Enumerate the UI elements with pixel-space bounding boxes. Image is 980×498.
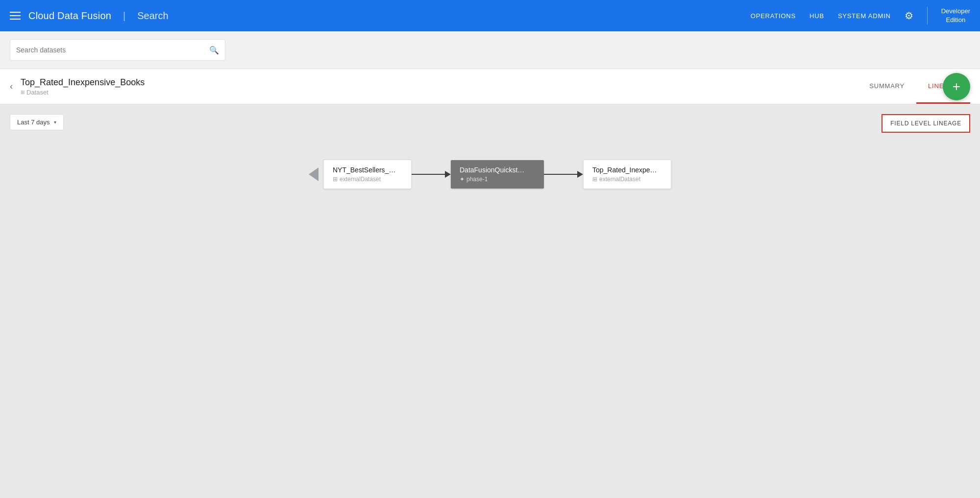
search-box[interactable]: 🔍 (10, 39, 225, 61)
app-brand: Cloud Data Fusion (28, 10, 111, 22)
header-right: OPERATIONS HUB SYSTEM ADMIN ⚙ Developer … (751, 7, 970, 24)
add-icon: + (953, 79, 960, 95)
dataset-type: ⊞ Dataset (21, 89, 858, 96)
dataset-type-label: Dataset (26, 89, 49, 96)
node-source-type-label: externalDataset (340, 176, 381, 183)
grid-icon: ⊞ (21, 90, 24, 95)
time-filter-dropdown[interactable]: Last 7 days ▾ (10, 114, 64, 130)
field-level-lineage-button[interactable]: FIELD LEVEL LINEAGE (882, 114, 970, 133)
arrow-line-body-1 (412, 174, 445, 175)
lineage-node-dest[interactable]: Top_Rated_Inexpe… ⊞ externalDataset (583, 160, 671, 189)
app-header: Cloud Data Fusion | Search OPERATIONS HU… (0, 0, 980, 31)
dataset-header: ‹ Top_Rated_Inexpensive_Books ⊞ Dataset … (0, 69, 980, 104)
node-dest-type: ⊞ externalDataset (592, 176, 662, 183)
nav-hub[interactable]: HUB (809, 12, 824, 20)
node-source-name: NYT_BestSellers_… (333, 166, 402, 174)
add-button[interactable]: + (943, 73, 970, 100)
lineage-arrow-1 (412, 171, 451, 178)
back-button[interactable]: ‹ (10, 81, 13, 92)
header-divider: | (123, 10, 125, 22)
header-divider-vertical (927, 7, 928, 24)
nav-system-admin[interactable]: SYSTEM ADMIN (838, 12, 891, 20)
search-input[interactable] (16, 46, 209, 54)
header-left: Cloud Data Fusion | Search (10, 10, 751, 22)
node-transform-gear-icon: ✦ (460, 176, 465, 183)
dataset-name: Top_Rated_Inexpensive_Books (21, 77, 858, 88)
node-transform-type-label: phase-1 (466, 176, 488, 183)
node-source-grid-icon: ⊞ (333, 176, 338, 183)
arrow-head-1 (445, 171, 451, 178)
node-dest-grid-icon: ⊞ (592, 176, 597, 183)
node-transform-type: ✦ phase-1 (460, 176, 535, 183)
settings-icon[interactable]: ⚙ (905, 10, 913, 22)
nav-operations[interactable]: OPERATIONS (751, 12, 796, 20)
dataset-info: Top_Rated_Inexpensive_Books ⊞ Dataset (21, 77, 858, 96)
node-dest-type-label: externalDataset (599, 176, 640, 183)
node-transform-name: DataFusionQuickst… (460, 166, 535, 174)
tab-summary[interactable]: SUMMARY (858, 69, 916, 104)
lineage-arrow-2 (544, 171, 583, 178)
lineage-node-transform[interactable]: DataFusionQuickst… ✦ phase-1 (451, 160, 544, 189)
node-dest-name: Top_Rated_Inexpe… (592, 166, 662, 174)
lineage-node-source[interactable]: NYT_BestSellers_… ⊞ externalDataset (323, 160, 412, 189)
node-source-type: ⊞ externalDataset (333, 176, 402, 183)
menu-icon[interactable] (10, 12, 21, 20)
developer-edition-label: Developer Edition (941, 7, 970, 24)
lineage-back-arrow-icon (309, 167, 318, 181)
header-search-label: Search (137, 10, 168, 22)
search-area: 🔍 (0, 31, 980, 69)
dropdown-arrow-icon: ▾ (54, 119, 56, 125)
arrow-line-body-2 (544, 174, 577, 175)
main-content: Last 7 days ▾ FIELD LEVEL LINEAGE NYT_Be… (0, 104, 980, 498)
search-icon: 🔍 (209, 46, 219, 55)
lineage-diagram: NYT_BestSellers_… ⊞ externalDataset Data… (10, 160, 970, 189)
time-filter-label: Last 7 days (17, 119, 50, 126)
arrow-head-2 (577, 171, 583, 178)
